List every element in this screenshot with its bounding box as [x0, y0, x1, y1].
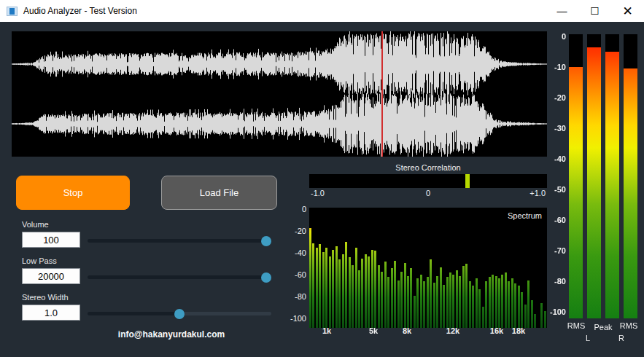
meter-fill [624, 68, 637, 318]
spectrum-bar [456, 270, 458, 328]
spectrum-bar [449, 272, 451, 328]
meter-bar-peak-l [587, 34, 601, 318]
spectrum-bar [498, 278, 500, 328]
meter-fill [605, 52, 619, 318]
window-controls: — ☐ ✕ [546, 0, 644, 22]
meter-scale-tick: -30 [541, 124, 566, 133]
volume-slider-fill [88, 239, 266, 243]
correlation-min-label: -1.0 [311, 189, 325, 197]
spectrum-bar [345, 242, 347, 328]
volume-label: Volume [22, 220, 49, 229]
spectrum-bar [342, 254, 344, 328]
spectrum-bar [531, 300, 533, 328]
spectrum-bar [355, 248, 357, 328]
spectrum-bar [469, 281, 471, 328]
app-icon [7, 7, 18, 16]
spectrum-bar [410, 268, 412, 328]
stereo-width-slider-row: Stereo Width [0, 291, 292, 328]
waveform-canvas [12, 31, 547, 157]
meter-scale-tick: -80 [541, 277, 566, 286]
low-pass-input[interactable] [22, 268, 80, 284]
spectrum-x-tick: 8k [403, 326, 411, 335]
spectrum-x-tick: 18k [512, 326, 525, 335]
meter-label-r: R [618, 334, 624, 342]
spectrum-bar [534, 314, 536, 328]
volume-input[interactable] [22, 232, 80, 248]
low-pass-label: Low Pass [22, 256, 57, 265]
spectrum-y-tick: 0 [289, 205, 306, 213]
spectrum-bar [374, 251, 376, 328]
contact-email: info@hakanyurdakul.com [88, 329, 255, 340]
spectrum-bar [335, 246, 338, 328]
spectrum-bar [349, 257, 351, 328]
spectrum-bar [485, 281, 487, 328]
meter-scale-tick: 0 [541, 32, 566, 41]
spectrum-bar [400, 272, 403, 328]
spectrum-bar [397, 280, 400, 328]
spectrum-bar [407, 276, 409, 328]
correlation-scale: -1.0 0 +1.0 [309, 189, 547, 199]
volume-slider-thumb[interactable] [261, 236, 271, 246]
close-button[interactable]: ✕ [611, 0, 644, 22]
spectrum-bar [384, 262, 387, 328]
meter-scale-tick: -60 [541, 216, 566, 224]
stereo-width-input[interactable] [22, 305, 80, 321]
spectrum-bar [508, 281, 510, 328]
spectrum-bar [518, 286, 520, 328]
spectrum-bar [378, 265, 380, 328]
spectrum-bar [527, 280, 529, 328]
spectrum-bar [371, 250, 373, 328]
spectrum-bar [501, 275, 503, 328]
spectrum-bar [312, 243, 314, 328]
spectrum-bar [361, 259, 363, 328]
correlation-indicator [465, 174, 470, 188]
spectrum-y-tick: -40 [289, 248, 306, 257]
spectrum-bar [416, 278, 419, 328]
spectrum-bar [465, 264, 468, 328]
window-title: Audio Analyzer - Test Version [23, 6, 137, 16]
titlebar: Audio Analyzer - Test Version — ☐ ✕ [0, 0, 644, 22]
spectrum-bar [332, 250, 334, 328]
spectrum-bar [446, 277, 449, 328]
spectrum-x-tick: 1k [322, 326, 331, 335]
spectrum-title: Spectrum [508, 211, 542, 220]
spectrum-bar [381, 272, 383, 328]
meter-label-l: L [586, 334, 590, 342]
spectrum-y-tick: -100 [289, 314, 306, 323]
maximize-button[interactable]: ☐ [578, 0, 611, 22]
spectrum-bar [452, 275, 454, 328]
spectrum-bar [462, 266, 465, 328]
low-pass-slider-thumb[interactable] [261, 272, 271, 283]
spectrum-bar [358, 270, 360, 328]
spectrum-bar [404, 263, 406, 328]
waveform-display[interactable] [12, 31, 547, 157]
stop-button[interactable]: Stop [16, 176, 130, 210]
spectrum-bar [440, 267, 442, 328]
spectrum-bar [492, 275, 494, 328]
load-file-button[interactable]: Load File [161, 176, 277, 210]
spectrum-bar [391, 268, 393, 328]
spectrum-bar [427, 277, 429, 328]
spectrum-bar [394, 261, 396, 328]
correlation-meter [309, 174, 547, 188]
spectrum-bar [443, 285, 445, 328]
playhead-cursor [381, 31, 383, 157]
spectrum-x-tick: 12k [446, 326, 459, 335]
spectrum-bar [420, 275, 422, 328]
meter-scale-tick: -70 [541, 246, 566, 255]
spectrum-bar [478, 289, 481, 328]
meter-scale-tick: -40 [541, 154, 566, 163]
spectrum-bar [521, 292, 523, 328]
spectrum-bar [459, 276, 461, 328]
minimize-button[interactable]: — [546, 0, 578, 22]
spectrum-bar [482, 307, 484, 328]
low-pass-slider-row: Low Pass [0, 255, 292, 291]
correlation-title: Stereo Correlation [309, 163, 547, 172]
spectrum-bar [524, 305, 527, 328]
stereo-width-slider-thumb[interactable] [174, 309, 185, 319]
meter-bar-rms-l [569, 34, 583, 318]
spectrum-x-tick: 16k [490, 326, 503, 335]
spectrum-bar [365, 254, 367, 328]
volume-slider-row: Volume [0, 219, 292, 255]
spectrum-bar [325, 248, 327, 328]
